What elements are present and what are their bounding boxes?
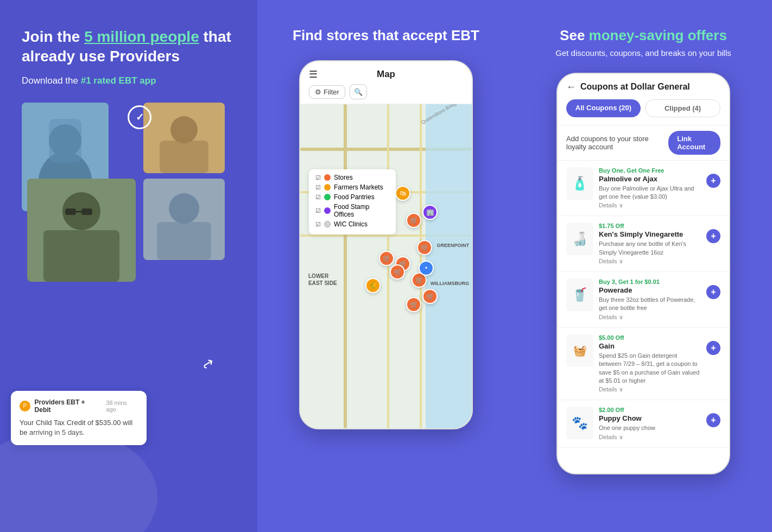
offer-label: Buy One, Get One Free xyxy=(599,167,701,174)
back-arrow-icon[interactable]: ← xyxy=(566,81,576,93)
offer-label: $2.00 Off xyxy=(599,407,701,413)
legend-pantries-label: Food Pantries xyxy=(334,193,375,201)
map-pin-store: 🛒 xyxy=(406,213,421,228)
panel1-subtitle: Download the #1 rated EBT app xyxy=(22,75,236,86)
photo-3 xyxy=(143,179,225,260)
legend-wic-clinics: ☑ WIC Clinics xyxy=(315,220,389,228)
filter-button[interactable]: ⚙ Filter xyxy=(309,85,345,99)
check-icon: ☑ xyxy=(315,194,321,201)
wic-dot xyxy=(324,221,331,227)
panel1-title: Join the 5 million people that already u… xyxy=(22,27,236,67)
coupon-info-puppychow: $2.00 Off Puppy Chow One one puppy chow … xyxy=(599,407,701,440)
coupon-info-gain: $5.00 Off Gain Spend $25 on Gain deterge… xyxy=(599,334,701,394)
notification-header: P Providers EBT + Debit 38 mins ago xyxy=(20,398,138,414)
map-pin-store6: 🛒 xyxy=(379,251,394,266)
coupon-desc: Buy one Palmolive or Ajax Ultra and get … xyxy=(599,185,701,201)
ebt-app-label: #1 rated EBT app xyxy=(81,75,156,86)
add-coupon-button[interactable]: + xyxy=(706,285,720,299)
panel3-subtitle: Get discounts, coupons, and breaks on yo… xyxy=(555,47,731,60)
coupon-desc: Purchase any one bottle of Ken's Simply … xyxy=(599,240,701,257)
offer-label: $5.00 Off xyxy=(599,334,701,341)
offer-label: $1.75 Off xyxy=(599,223,701,229)
map-area: Queensboro Bridge ew York LOWEREAST SIDE… xyxy=(300,104,472,428)
coupon-name: Powerade xyxy=(599,286,701,294)
arrow-icon: ↩ xyxy=(199,353,218,374)
stores-dot xyxy=(324,174,331,181)
map-pin-blue: • xyxy=(419,261,434,276)
check-icon: ☑ xyxy=(315,174,321,181)
filter-label: Filter xyxy=(324,88,339,96)
svg-rect-6 xyxy=(160,141,208,173)
coupon-desc: Spend $25 on Gain detergent between 7/29… xyxy=(599,352,701,385)
coupon-img-puppychow: 🐾 xyxy=(566,407,593,439)
map-screen-title: Map xyxy=(377,69,395,80)
add-coupon-button[interactable]: + xyxy=(706,413,720,427)
svg-rect-3 xyxy=(49,119,81,162)
coupon-tabs: All Coupons (20) Clipped (4) xyxy=(566,99,720,117)
legend-food-stamp-offices: ☑ Food Stamp Offices xyxy=(315,203,389,218)
map-pin-store2: 🛒 xyxy=(417,240,432,255)
link-account-text: Add coupons to your store loyalty accoun… xyxy=(566,135,668,151)
greenpoint-label: GREENPOINT xyxy=(436,243,469,248)
williamsburg-label: WILLIAMSBURG xyxy=(431,281,469,286)
legend-stamp-label: Food Stamp Offices xyxy=(334,203,389,218)
filter-icon: ⚙ xyxy=(315,88,321,96)
link-account-button[interactable]: Link Account xyxy=(668,131,720,155)
coupon-item-gain: 🧺 $5.00 Off Gain Spend $25 on Gain deter… xyxy=(558,328,729,401)
photo-2 xyxy=(143,103,225,173)
coupon-desc: One one puppy chow xyxy=(599,424,701,432)
coupon-info-kens: $1.75 Off Ken's Simply Vinegarette Purch… xyxy=(599,223,701,265)
phone-header: ☰ Map ⚙ Filter 🔍 xyxy=(300,61,472,104)
check-icon: ☑ xyxy=(315,184,321,191)
legend-farmers-label: Farmers Markets xyxy=(334,183,383,191)
svg-rect-14 xyxy=(81,208,92,215)
lower-east-side-label: LOWEREAST SIDE xyxy=(308,273,337,287)
coupon-details[interactable]: Details ∨ xyxy=(599,386,701,393)
app-icon: P xyxy=(20,401,30,411)
photo-4 xyxy=(27,179,136,282)
photo-collage: ✓ xyxy=(22,103,236,287)
map-road xyxy=(344,104,347,428)
store-title: Coupons at Dollar General xyxy=(580,82,690,92)
notification-time: 38 mins ago xyxy=(106,400,138,413)
phone-top-bar: ☰ Map xyxy=(309,69,463,80)
panel-join: Join the 5 million people that already u… xyxy=(0,0,257,532)
coupon-details[interactable]: Details ∨ xyxy=(599,314,701,321)
map-pin-fs-office: 🏢 xyxy=(422,205,438,220)
add-coupon-button[interactable]: + xyxy=(706,174,720,188)
tab-clipped[interactable]: Clipped (4) xyxy=(645,99,720,117)
panel3-title: See money-saving offers xyxy=(560,27,727,44)
add-coupon-button[interactable]: + xyxy=(706,341,720,355)
coupon-details[interactable]: Details ∨ xyxy=(599,202,701,209)
legend-farmers-markets: ☑ Farmers Markets xyxy=(315,183,389,191)
map-phone-mockup: ☰ Map ⚙ Filter 🔍 xyxy=(299,60,473,429)
highlight-5million: 5 million people xyxy=(84,28,199,45)
tab-all-coupons[interactable]: All Coupons (20) xyxy=(566,99,641,117)
map-background: Queensboro Bridge ew York LOWEREAST SIDE… xyxy=(300,104,472,428)
check-circle-icon: ✓ xyxy=(128,105,151,129)
coupons-header-top: ← Coupons at Dollar General xyxy=(566,81,720,93)
money-saving-highlight: money-saving offers xyxy=(589,27,727,43)
check-icon: ☑ xyxy=(315,221,321,228)
panel2-title: Find stores that accept EBT xyxy=(293,27,479,44)
coupon-name: Gain xyxy=(599,342,701,350)
coupon-item-palmolive: 🧴 Buy One, Get One Free Palmolive or Aja… xyxy=(558,161,729,217)
svg-rect-12 xyxy=(43,230,119,282)
map-pin-store7: 🛒 xyxy=(390,264,405,280)
legend-wic-label: WIC Clinics xyxy=(334,220,368,228)
coupon-item-puppychow: 🐾 $2.00 Off Puppy Chow One one puppy cho… xyxy=(558,400,729,447)
map-pin-market: 🌾 xyxy=(365,278,381,293)
app-name: Providers EBT + Debit xyxy=(35,398,102,414)
coupon-name: Puppy Chow xyxy=(599,414,701,422)
food-pantries-dot xyxy=(324,194,331,200)
legend-stores-label: Stores xyxy=(334,174,353,181)
check-icon: ☑ xyxy=(315,207,321,214)
add-coupon-button[interactable]: + xyxy=(706,229,720,243)
coupon-details[interactable]: Details ∨ xyxy=(599,258,701,265)
coupon-img-powerade: 🥤 xyxy=(566,278,593,311)
search-button[interactable]: 🔍 xyxy=(350,84,367,99)
map-pin-pantry: 🛍 xyxy=(395,186,410,201)
coupon-img-palmolive: 🧴 xyxy=(566,167,593,200)
svg-point-5 xyxy=(170,116,198,143)
coupon-details[interactable]: Details ∨ xyxy=(599,434,701,441)
